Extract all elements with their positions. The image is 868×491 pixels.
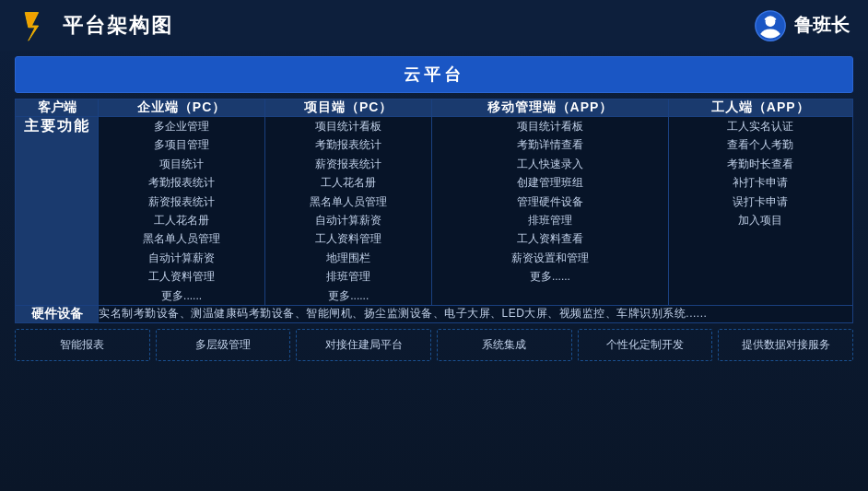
enterprise-features-cell: 多企业管理 多项目管理 项目统计 考勤报表统计 薪资报表统计 工人花名册 黑名单… bbox=[99, 117, 265, 306]
enterprise-feature-1: 多企业管理 bbox=[99, 117, 264, 135]
cloud-platform-bar: 云平台 bbox=[15, 56, 853, 93]
enterprise-feature-7: 黑名单人员管理 bbox=[99, 229, 264, 248]
project-feature-4: 工人花名册 bbox=[265, 173, 431, 192]
enterprise-feature-more: 更多...... bbox=[99, 286, 264, 305]
mobile-feature-8: 薪资设置和管理 bbox=[432, 249, 667, 267]
header-left: 平台架构图 bbox=[18, 9, 173, 42]
brand-icon bbox=[754, 9, 787, 42]
platform-table: 客户端 企业端（PC） 项目端（PC） 移动管理端（APP） 工人端（APP） bbox=[15, 99, 853, 323]
header-title: 平台架构图 bbox=[63, 12, 173, 40]
worker-feature-4: 补打卡申请 bbox=[669, 173, 852, 192]
mobile-feature-5: 管理硬件设备 bbox=[432, 193, 667, 211]
worker-feature-6: 加入项目 bbox=[669, 211, 852, 229]
main-features-row: 主要功能 多企业管理 多项目管理 项目统计 考勤报表统计 薪资报表统计 工人花名… bbox=[16, 117, 853, 306]
col-header-project: 项目端（PC） bbox=[265, 99, 432, 117]
worker-feature-5: 误打卡申请 bbox=[669, 193, 852, 211]
mobile-feature-1: 项目统计看板 bbox=[432, 117, 667, 135]
project-feature-8: 地理围栏 bbox=[265, 249, 431, 267]
svg-marker-0 bbox=[25, 12, 38, 41]
enterprise-feature-8: 自动计算薪资 bbox=[99, 249, 264, 267]
main-content: 云平台 客户端 企业端（PC） 项目端（PC） 移动管理端（APP） bbox=[0, 51, 868, 367]
project-feature-9: 排班管理 bbox=[265, 267, 431, 286]
enterprise-feature-9: 工人资料管理 bbox=[99, 267, 264, 286]
row-header-features: 主要功能 bbox=[16, 117, 99, 306]
mobile-feature-2: 考勤详情查看 bbox=[432, 135, 667, 154]
hardware-row: 硬件设备 实名制考勤设备、测温健康码考勤设备、智能闸机、扬尘监测设备、电子大屏、… bbox=[16, 305, 853, 322]
col-header-worker: 工人端（APP） bbox=[668, 99, 852, 117]
bottom-feature-5: 个性化定制开发 bbox=[578, 329, 713, 361]
mobile-feature-4: 创建管理班组 bbox=[432, 173, 667, 192]
worker-features-cell: 工人实名认证 查看个人考勤 考勤时长查看 补打卡申请 误打卡申请 加入项目 bbox=[668, 117, 852, 306]
logo-icon bbox=[18, 9, 52, 42]
mobile-feature-6: 排班管理 bbox=[432, 211, 667, 229]
brand-name: 鲁班长 bbox=[794, 13, 850, 38]
hardware-label: 硬件设备 bbox=[16, 305, 99, 322]
project-feature-3: 薪资报表统计 bbox=[265, 155, 431, 173]
project-feature-5: 黑名单人员管理 bbox=[265, 193, 431, 211]
mobile-feature-3: 工人快速录入 bbox=[432, 155, 667, 173]
col-header-mobile: 移动管理端（APP） bbox=[432, 99, 668, 117]
bottom-feature-2: 多层级管理 bbox=[156, 329, 291, 361]
worker-feature-1: 工人实名认证 bbox=[669, 117, 852, 135]
enterprise-feature-2: 多项目管理 bbox=[99, 135, 264, 154]
mobile-features-cell: 项目统计看板 考勤详情查看 工人快速录入 创建管理班组 管理硬件设备 排班管理 … bbox=[432, 117, 668, 306]
project-feature-6: 自动计算薪资 bbox=[265, 211, 431, 229]
project-features-cell: 项目统计看板 考勤报表统计 薪资报表统计 工人花名册 黑名单人员管理 自动计算薪… bbox=[265, 117, 432, 306]
bottom-feature-6: 提供数据对接服务 bbox=[718, 329, 853, 361]
project-feature-7: 工人资料管理 bbox=[265, 229, 431, 248]
col-header-enterprise: 企业端（PC） bbox=[99, 99, 265, 117]
project-feature-more: 更多...... bbox=[265, 286, 431, 305]
header: 平台架构图 鲁班长 bbox=[0, 0, 868, 51]
bottom-feature-1: 智能报表 bbox=[15, 329, 150, 361]
mobile-feature-more: 更多...... bbox=[432, 267, 667, 286]
worker-feature-2: 查看个人考勤 bbox=[669, 135, 852, 154]
column-headers-row: 客户端 企业端（PC） 项目端（PC） 移动管理端（APP） 工人端（APP） bbox=[16, 99, 853, 117]
enterprise-feature-6: 工人花名册 bbox=[99, 211, 264, 229]
worker-feature-3: 考勤时长查看 bbox=[669, 155, 852, 173]
enterprise-feature-3: 项目统计 bbox=[99, 155, 264, 173]
enterprise-feature-4: 考勤报表统计 bbox=[99, 173, 264, 192]
bottom-feature-4: 系统集成 bbox=[437, 329, 572, 361]
bottom-features-row: 智能报表 多层级管理 对接住建局平台 系统集成 个性化定制开发 提供数据对接服务 bbox=[15, 329, 853, 361]
project-feature-2: 考勤报表统计 bbox=[265, 135, 431, 154]
brand-logo: 鲁班长 bbox=[754, 9, 850, 42]
hardware-content: 实名制考勤设备、测温健康码考勤设备、智能闸机、扬尘监测设备、电子大屏、LED大屏… bbox=[99, 305, 853, 322]
mobile-feature-7: 工人资料查看 bbox=[432, 229, 667, 248]
col-header-client: 客户端 bbox=[16, 99, 99, 117]
bottom-feature-3: 对接住建局平台 bbox=[296, 329, 431, 361]
enterprise-feature-5: 薪资报表统计 bbox=[99, 193, 264, 211]
project-feature-1: 项目统计看板 bbox=[265, 117, 431, 135]
main-container: 平台架构图 鲁班长 云平台 客户端 bbox=[0, 0, 868, 491]
